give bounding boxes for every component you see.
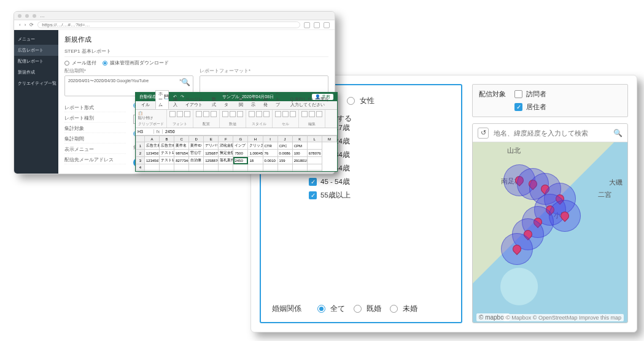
cell[interactable]: 159 xyxy=(277,157,292,164)
cell[interactable] xyxy=(160,170,174,172)
cell[interactable]: 消化金額 xyxy=(219,142,233,150)
ribbon-button[interactable] xyxy=(222,111,228,117)
sidebar-item[interactable]: 広告レポート xyxy=(14,45,58,56)
col-header[interactable]: L xyxy=(307,136,322,142)
search-icon[interactable]: 🔍 xyxy=(613,129,623,137)
age-range-option[interactable]: 45 - 54歳 xyxy=(309,177,452,186)
row-header[interactable]: 4 xyxy=(136,164,145,170)
ribbon-button[interactable] xyxy=(184,111,190,117)
col-header[interactable]: E xyxy=(204,136,219,142)
row-header[interactable]: 1 xyxy=(136,142,145,150)
qat-icon[interactable]: 💾 xyxy=(164,94,169,99)
cell[interactable]: テスト1 xyxy=(160,157,174,164)
ribbon-button[interactable] xyxy=(290,111,296,117)
cell[interactable] xyxy=(160,164,174,170)
cell[interactable]: デリバリーキャンペーン xyxy=(204,142,219,150)
cell[interactable]: 1256879 xyxy=(204,150,219,157)
cell[interactable] xyxy=(292,170,307,172)
qat-undo-icon[interactable]: ↶ xyxy=(173,94,177,99)
formula-input[interactable]: 2450 xyxy=(163,129,337,134)
ribbon-button[interactable] xyxy=(256,111,262,117)
cell[interactable] xyxy=(219,164,233,170)
cell[interactable]: 広告主ID xyxy=(160,142,174,150)
ribbon-button[interactable] xyxy=(196,111,202,117)
ribbon-button[interactable] xyxy=(237,111,243,117)
cell[interactable]: 678076 xyxy=(307,150,322,157)
sidebar-item[interactable]: メニュー xyxy=(14,34,58,45)
cell[interactable]: テスト1 xyxy=(160,150,174,157)
cell[interactable]: CTR xyxy=(263,142,277,150)
cell[interactable]: CPC xyxy=(277,142,292,150)
cell[interactable]: 1258876 xyxy=(204,157,219,164)
browser-button[interactable] xyxy=(324,22,330,28)
ribbon-button[interactable] xyxy=(301,111,308,117)
nav-fwd-icon[interactable]: › xyxy=(25,22,26,28)
browser-button[interactable] xyxy=(314,22,320,28)
marriage-married[interactable]: 既婚 xyxy=(354,304,381,313)
fx-icon[interactable]: fx xyxy=(154,129,163,134)
cell[interactable]: 案件名 xyxy=(174,142,189,150)
age-range-option[interactable]: 55歳以上 xyxy=(309,191,452,200)
map-canvas[interactable]: 山北 南足柄 大磯 二宮 小田 xyxy=(473,142,627,323)
cell[interactable]: 官公庁 xyxy=(189,150,204,157)
cell[interactable] xyxy=(233,170,248,172)
cell[interactable] xyxy=(263,170,277,172)
col-header[interactable]: K xyxy=(292,136,307,142)
ribbon-button[interactable] xyxy=(203,111,209,117)
col-header[interactable]: M xyxy=(322,136,336,142)
search-icon[interactable]: 🔍 xyxy=(181,78,190,86)
cell[interactable] xyxy=(145,164,160,170)
name-box[interactable]: H3 xyxy=(136,129,154,134)
cell[interactable]: 0.0010 xyxy=(263,157,277,164)
cell[interactable] xyxy=(248,170,263,172)
map[interactable]: ↺ 🔍 山北 南足柄 大磯 二宮 小田 © mapbox © Mapbox © … xyxy=(472,123,628,323)
url-field[interactable]: https://…/…#…?id=… xyxy=(37,21,300,28)
cell[interactable]: 2918019 xyxy=(292,157,307,164)
qat-redo-icon[interactable]: ↷ xyxy=(180,94,184,99)
ribbon-button[interactable] xyxy=(249,111,255,117)
nav-back-icon[interactable]: ‹ xyxy=(19,22,21,28)
corner-cell[interactable] xyxy=(136,136,145,142)
geo-radius[interactable] xyxy=(501,233,533,265)
marriage-single[interactable]: 未婚 xyxy=(390,304,417,313)
cell[interactable] xyxy=(145,170,160,172)
cell[interactable] xyxy=(174,170,189,172)
cell[interactable]: 8277344 xyxy=(174,157,189,164)
col-header[interactable]: A xyxy=(145,136,160,142)
cell[interactable] xyxy=(219,170,233,172)
cell[interactable] xyxy=(233,164,248,170)
ribbon-button[interactable] xyxy=(211,111,217,117)
cell[interactable]: 広告主名 xyxy=(145,142,160,150)
cell[interactable]: クリック・タップ xyxy=(248,142,263,150)
row-header[interactable]: 3 xyxy=(136,157,145,164)
cell[interactable] xyxy=(307,164,322,170)
ribbon-button[interactable] xyxy=(309,111,315,117)
row-header[interactable]: 5 xyxy=(136,170,145,172)
ribbon-button[interactable] xyxy=(282,111,289,117)
cell[interactable]: 落札案件 xyxy=(219,157,233,164)
col-header[interactable]: H xyxy=(248,136,263,142)
map-undo-button[interactable]: ↺ xyxy=(478,128,489,139)
col-header[interactable]: I xyxy=(263,136,277,142)
cell[interactable] xyxy=(277,170,292,172)
cell[interactable] xyxy=(307,142,322,150)
cell[interactable] xyxy=(189,164,204,170)
sheet-grid[interactable]: ABCDEFGHIJKLM1広告主名広告主ID案件名案件IDデリバリーキャンペー… xyxy=(136,136,337,171)
reload-icon[interactable]: ⟳ xyxy=(29,22,34,28)
ribbon-button[interactable] xyxy=(275,111,281,117)
cell[interactable]: 自治体 xyxy=(189,157,204,164)
cell[interactable]: 18 xyxy=(248,157,263,164)
geo-radius[interactable] xyxy=(549,200,581,232)
cell[interactable]: 1,00045 xyxy=(248,150,263,157)
cell[interactable]: 76 xyxy=(263,150,277,157)
ribbon-button[interactable] xyxy=(263,111,270,117)
cell[interactable] xyxy=(248,164,263,170)
source-mail[interactable]: メール送付 xyxy=(64,59,96,66)
ribbon-button[interactable] xyxy=(169,111,176,117)
row-header[interactable]: 2 xyxy=(136,150,145,157)
cell[interactable] xyxy=(204,164,219,170)
cell[interactable]: 9876543 xyxy=(174,150,189,157)
cell[interactable]: 案件ID xyxy=(189,142,204,150)
col-header[interactable]: F xyxy=(219,136,233,142)
cell[interactable]: 100 xyxy=(292,150,307,157)
